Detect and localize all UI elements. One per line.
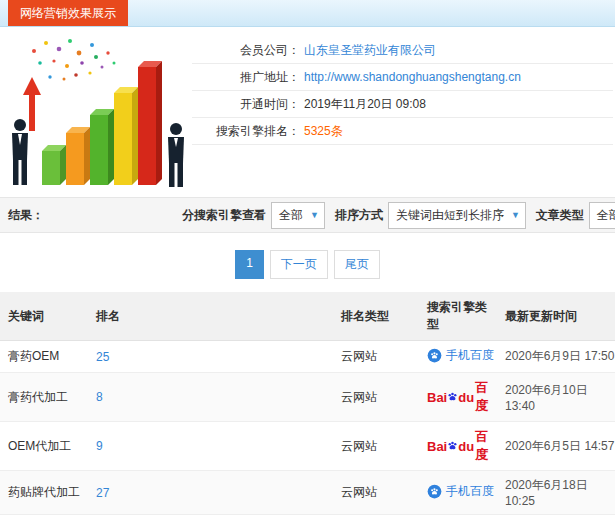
open-time-label: 开通时间：	[192, 96, 300, 113]
column-header-rank: 排名	[88, 292, 333, 341]
chevron-down-icon: ▼	[511, 210, 520, 220]
open-time-value: 2019年11月20日 09:08	[304, 96, 426, 113]
updated-cell: 2020年6月18日 10:25	[497, 471, 615, 515]
baidu-latin-prefix: Bai	[427, 439, 447, 454]
promo-url-label: 推广地址：	[192, 69, 300, 86]
filter-group-engine: 分搜索引擎查看 全部 ▼	[182, 202, 325, 229]
mobile-baidu-text: 手机百度	[446, 483, 494, 500]
filter-group-article-type: 文章类型 全部 ▼	[536, 202, 615, 229]
rank-type-text: 云网站	[341, 349, 377, 363]
table-row: OEM代加工9云网站Baidu百度2020年6月5日 14:57	[0, 422, 615, 471]
baidu-pc-logo: Baidu百度	[427, 379, 497, 415]
keyword-cell: 药贴牌代加工	[0, 471, 88, 515]
table-row: 膏药代加工8云网站Baidu百度2020年6月10日 13:40	[0, 373, 615, 422]
rank-type-text: 云网站	[341, 485, 377, 499]
promo-url-link[interactable]: http://www.shandonghuangshengtang.cn	[304, 70, 521, 84]
rank-type-text: 云网站	[341, 390, 377, 404]
mobile-baidu-badge	[427, 348, 442, 363]
keyword-text: 膏药代加工	[8, 390, 68, 404]
rank-type-cell: 云网站	[333, 515, 419, 520]
page-title: 网络营销效果展示	[20, 5, 116, 22]
tab-marketing-effect[interactable]: 网络营销效果展示	[8, 0, 128, 26]
article-type-value: 全部	[597, 207, 615, 224]
info-row-url: 推广地址： http://www.shandonghuangshengtang.…	[192, 64, 613, 91]
rank-cell: 8	[88, 373, 333, 422]
updated-cell: 2020年6月9日 17:50	[497, 341, 615, 373]
updated-cell: 2020年6月10日 13:40	[497, 373, 615, 422]
engine-type-cell: Baidu百度	[419, 422, 497, 471]
company-label: 会员公司：	[192, 42, 300, 59]
engine-filter-select[interactable]: 全部 ▼	[271, 202, 325, 229]
keyword-text: 药贴牌代加工	[8, 485, 80, 499]
engine-type-cell: 手机百度	[419, 341, 497, 373]
table-row: 北京膏药贴牌1云网站Baidu百度2020年6月11日 11:18	[0, 515, 615, 520]
businessman-silhouette-right	[168, 123, 184, 187]
rank-type-text: 云网站	[341, 439, 377, 453]
updated-text: 2020年6月9日 17:50	[505, 349, 614, 363]
keyword-cell: 膏药OEM	[0, 341, 88, 373]
baidu-pc-logo: Baidu百度	[427, 428, 497, 464]
baidu-cn-text: 百度	[475, 428, 497, 464]
chevron-down-icon: ▼	[310, 210, 319, 220]
table-header-row: 关键词 排名 排名类型 搜索引擎类型 最新更新时间	[0, 292, 615, 341]
top-bar: 网络营销效果展示	[0, 0, 615, 27]
sort-filter-value: 关键词由短到长排序	[396, 207, 504, 224]
column-header-rank-type: 排名类型	[333, 292, 419, 341]
article-type-label: 文章类型	[536, 207, 584, 224]
growth-chart-graphic	[4, 33, 190, 191]
mobile-baidu-text: 手机百度	[446, 347, 494, 364]
engine-type-cell: Baidu百度	[419, 373, 497, 422]
rank-type-cell: 云网站	[333, 373, 419, 422]
updated-text: 2020年6月10日 13:40	[505, 383, 588, 413]
engine-filter-value: 全部	[279, 207, 303, 224]
info-row-open-time: 开通时间： 2019年11月20日 09:08	[192, 91, 613, 118]
rank-cell: 27	[88, 471, 333, 515]
result-label: 结果：	[8, 207, 44, 224]
last-page-button[interactable]: 尾页	[334, 250, 380, 279]
rank-link[interactable]: 27	[96, 486, 109, 500]
table-row: 药贴牌代加工27云网站手机百度2020年6月18日 10:25	[0, 471, 615, 515]
baidu-paw-wrap	[447, 390, 458, 405]
next-page-button[interactable]: 下一页	[270, 250, 328, 279]
baidu-latin-suffix: du	[458, 390, 474, 405]
baidu-cn-text: 百度	[475, 379, 497, 415]
updated-text: 2020年6月18日 10:25	[505, 478, 588, 508]
rank-type-cell: 云网站	[333, 341, 419, 373]
baidu-paw-wrap	[447, 439, 458, 454]
company-link[interactable]: 山东皇圣堂药业有限公司	[304, 42, 436, 59]
updated-text: 2020年6月5日 14:57	[505, 439, 614, 453]
member-info-panel: 会员公司： 山东皇圣堂药业有限公司 推广地址： http://www.shand…	[192, 33, 613, 191]
bar-chart-illustration	[4, 33, 192, 191]
article-type-select[interactable]: 全部 ▼	[589, 202, 615, 229]
results-table-head: 关键词 排名 排名类型 搜索引擎类型 最新更新时间	[0, 292, 615, 341]
baidu-paw-icon	[447, 391, 458, 402]
keyword-text: 膏药OEM	[8, 349, 59, 363]
baidu-mobile-logo: 手机百度	[427, 347, 494, 364]
results-table-body: 膏药OEM25云网站手机百度2020年6月9日 17:50膏药代加工8云网站Ba…	[0, 341, 615, 520]
engine-type-cell: 手机百度	[419, 471, 497, 515]
table-row: 膏药OEM25云网站手机百度2020年6月9日 17:50	[0, 341, 615, 373]
filter-bar: 结果： 分搜索引擎查看 全部 ▼ 排序方式 关键词由短到长排序 ▼ 文章类型 全…	[0, 197, 615, 233]
column-header-keyword: 关键词	[0, 292, 88, 341]
filter-group-sort: 排序方式 关键词由短到长排序 ▼	[335, 202, 526, 229]
baidu-mobile-logo: 手机百度	[427, 483, 494, 500]
pagination: 1 下一页 尾页	[0, 250, 615, 279]
rank-link[interactable]: 25	[96, 350, 109, 364]
businessman-silhouette-left	[12, 119, 28, 185]
rank-link[interactable]: 8	[96, 390, 103, 404]
mobile-baidu-icon	[427, 484, 442, 499]
rank-link[interactable]: 9	[96, 439, 103, 453]
bars	[42, 61, 162, 185]
updated-cell: 2020年6月11日 11:18	[497, 515, 615, 520]
engine-type-cell: Baidu百度	[419, 515, 497, 520]
sort-filter-select[interactable]: 关键词由短到长排序 ▼	[388, 202, 526, 229]
keyword-text: OEM代加工	[8, 439, 71, 453]
info-row-company: 会员公司： 山东皇圣堂药业有限公司	[192, 37, 613, 64]
keyword-cell: 膏药代加工	[0, 373, 88, 422]
info-row-rank-count: 搜索引擎排名： 5325条	[192, 118, 613, 145]
updated-cell: 2020年6月5日 14:57	[497, 422, 615, 471]
results-table: 关键词 排名 排名类型 搜索引擎类型 最新更新时间 膏药OEM25云网站手机百度…	[0, 292, 615, 520]
keyword-cell: 北京膏药贴牌	[0, 515, 88, 520]
page-button-current[interactable]: 1	[235, 250, 264, 279]
mobile-baidu-icon	[427, 348, 442, 363]
